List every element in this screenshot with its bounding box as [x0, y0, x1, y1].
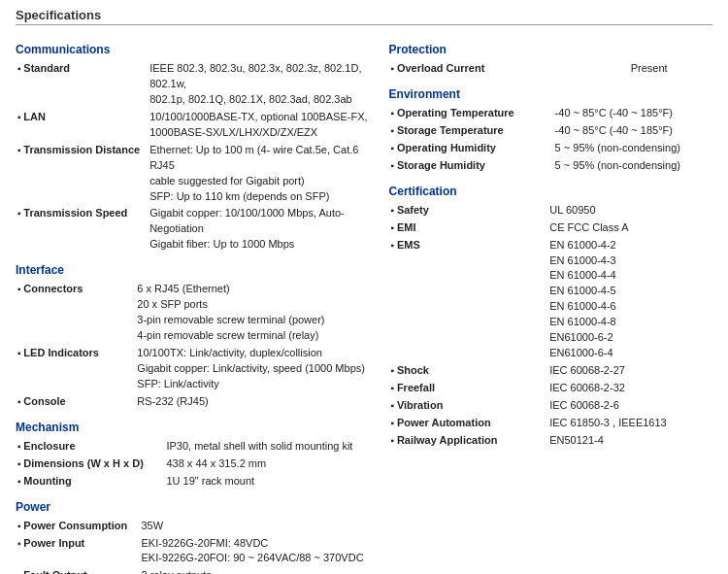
spec-label: Vibration [389, 397, 548, 415]
table-row: Vibration IEC 60068-2-6 [389, 397, 712, 415]
spec-label: Transmission Speed [16, 205, 148, 253]
table-row: EMS EN 61000-4-2 EN 61000-4-3 EN 61000-4… [389, 237, 712, 363]
table-row: Operating Humidity 5 ~ 95% (non-condensi… [389, 140, 712, 157]
spec-label: Mounting [16, 473, 164, 490]
spec-value: 35W [139, 518, 373, 535]
spec-label: LAN [16, 109, 148, 142]
table-row: Freefall IEC 60068-2-32 [389, 380, 712, 397]
spec-label: Console [16, 393, 135, 411]
spec-value: IEC 60068-2-32 [547, 380, 712, 397]
spec-value: Present [629, 60, 712, 78]
spec-label: LED Indicators [16, 345, 135, 393]
spec-label: Power Consumption [16, 518, 139, 535]
spec-label: Power Input [16, 535, 139, 568]
table-row: Railway Application EN50121-4 [389, 432, 712, 450]
spec-value: EN50121-4 [547, 432, 712, 450]
spec-value: IEEE 802.3, 802.3u, 802.3x, 802.3z, 802.… [148, 60, 373, 109]
table-row: Safety UL 60950 [389, 202, 712, 219]
spec-value: RS-232 (RJ45) [135, 393, 373, 411]
spec-value: 10/100TX: Link/activity, duplex/collisio… [135, 345, 373, 393]
spec-label: Railway Application [389, 432, 548, 450]
right-column: Protection Overload Current Present Envi… [389, 33, 712, 574]
spec-label: Overload Current [389, 60, 629, 78]
table-row: Transmission Distance Ethernet: Up to 10… [16, 142, 374, 206]
spec-label: Freefall [389, 380, 548, 397]
table-row: Fault Output 2 relay outputs [16, 567, 374, 574]
table-row: Overload Current Present [389, 60, 712, 78]
spec-value: 5 ~ 95% (non-condensing) [553, 157, 712, 175]
spec-label: EMI [389, 219, 548, 237]
spec-label: Storage Temperature [389, 122, 553, 140]
spec-label: EMS [389, 237, 548, 363]
environment-table: Operating Temperature -40 ~ 85°C (-40 ~ … [389, 105, 712, 175]
spec-label: Operating Humidity [389, 140, 553, 157]
table-row: Enclosure IP30, metal shell with solid m… [16, 438, 374, 456]
spec-value: 6 x RJ45 (Ethernet) 20 x SFP ports 3-pin… [135, 281, 373, 345]
table-row: Transmission Speed Gigabit copper: 10/10… [16, 205, 374, 253]
spec-value: IEC 60068-2-27 [547, 362, 712, 380]
table-row: Storage Humidity 5 ~ 95% (non-condensing… [389, 157, 712, 175]
spec-label: Storage Humidity [389, 157, 553, 175]
table-row: Connectors 6 x RJ45 (Ethernet) 20 x SFP … [16, 281, 374, 345]
certification-table: Safety UL 60950 EMI CE FCC Class A EMS E… [389, 202, 712, 450]
spec-value: IEC 61850-3 , IEEE1613 [547, 415, 712, 432]
spec-label: Transmission Distance [16, 142, 148, 206]
table-row: Mounting 1U 19" rack mount [16, 473, 374, 490]
table-row: Operating Temperature -40 ~ 85°C (-40 ~ … [389, 105, 712, 122]
spec-value: 438 x 44 x 315.2 mm [164, 456, 373, 473]
table-row: Storage Temperature -40 ~ 85°C (-40 ~ 18… [389, 122, 712, 140]
spec-label: Enclosure [16, 438, 164, 456]
table-row: LED Indicators 10/100TX: Link/activity, … [16, 345, 374, 393]
spec-value: EN 61000-4-2 EN 61000-4-3 EN 61000-4-4 E… [547, 237, 712, 363]
spec-value: EKI-9226G-20FMI: 48VDC EKI-9226G-20FOI: … [139, 535, 373, 568]
spec-value: IP30, metal shell with solid mounting ki… [164, 438, 373, 456]
spec-value: CE FCC Class A [547, 219, 712, 237]
spec-label: Operating Temperature [389, 105, 553, 122]
spec-value: UL 60950 [547, 202, 712, 219]
table-row: Power Consumption 35W [16, 518, 374, 535]
left-column: Communications Standard IEEE 802.3, 802.… [16, 33, 374, 574]
table-row: Power Automation IEC 61850-3 , IEEE1613 [389, 415, 712, 432]
mechanism-table: Enclosure IP30, metal shell with solid m… [16, 438, 374, 490]
spec-label: Fault Output [16, 567, 139, 574]
spec-label: Safety [389, 202, 548, 219]
interface-table: Connectors 6 x RJ45 (Ethernet) 20 x SFP … [16, 281, 374, 411]
spec-value: IEC 60068-2-6 [547, 397, 712, 415]
spec-label: Connectors [16, 281, 135, 345]
spec-label: Power Automation [389, 415, 548, 432]
spec-label: Dimensions (W x H x D) [16, 456, 164, 473]
spec-value: 5 ~ 95% (non-condensing) [553, 140, 712, 157]
spec-value: 10/100/1000BASE-TX, optional 100BASE-FX,… [148, 109, 373, 142]
section-environment: Environment [389, 87, 712, 101]
spec-value: -40 ~ 85°C (-40 ~ 185°F) [553, 122, 712, 140]
section-certification: Certification [389, 185, 712, 198]
table-row: EMI CE FCC Class A [389, 219, 712, 237]
table-row: Dimensions (W x H x D) 438 x 44 x 315.2 … [16, 456, 374, 473]
page-title: Specifications [16, 8, 712, 25]
section-mechanism: Mechanism [16, 421, 374, 434]
section-communications: Communications [16, 43, 374, 56]
table-row: Console RS-232 (RJ45) [16, 393, 374, 411]
spec-label: Shock [389, 362, 548, 380]
spec-value: 2 relay outputs [139, 567, 373, 574]
table-row: Power Input EKI-9226G-20FMI: 48VDC EKI-9… [16, 535, 374, 568]
protection-table: Overload Current Present [389, 60, 712, 78]
table-row: Shock IEC 60068-2-27 [389, 362, 712, 380]
section-power: Power [16, 500, 374, 514]
section-interface: Interface [16, 263, 374, 277]
spec-label: Standard [16, 60, 148, 109]
spec-value: -40 ~ 85°C (-40 ~ 185°F) [553, 105, 712, 122]
table-row: Standard IEEE 802.3, 802.3u, 802.3x, 802… [16, 60, 374, 109]
spec-value: Ethernet: Up to 100 m (4- wire Cat.5e, C… [148, 142, 373, 206]
spec-value: Gigabit copper: 10/100/1000 Mbps, Auto-N… [148, 205, 373, 253]
communications-table: Standard IEEE 802.3, 802.3u, 802.3x, 802… [16, 60, 374, 253]
section-protection: Protection [389, 43, 712, 56]
power-table: Power Consumption 35W Power Input EKI-92… [16, 518, 374, 574]
table-row: LAN 10/100/1000BASE-TX, optional 100BASE… [16, 109, 374, 142]
spec-value: 1U 19" rack mount [164, 473, 373, 490]
